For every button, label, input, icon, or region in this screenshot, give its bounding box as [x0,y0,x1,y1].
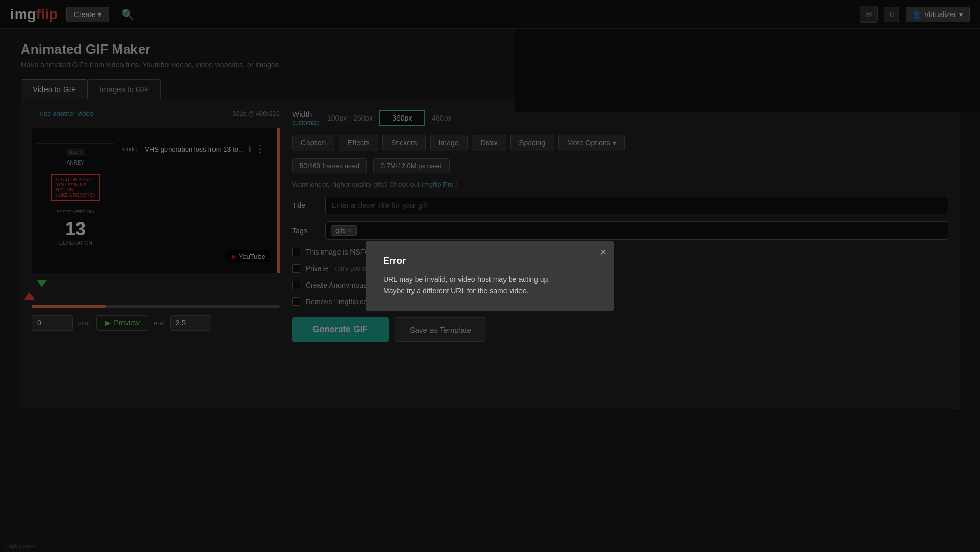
error-modal: × Error URL may be invalid, or video hos… [366,241,614,312]
modal-body-line2: Maybe try a different URL for the same v… [383,287,529,295]
modal-body-line1: URL may be invalid, or video host may be… [383,275,550,284]
modal-title: Error [383,256,597,266]
modal-overlay: × Error URL may be invalid, or video hos… [0,0,980,552]
modal-close-button[interactable]: × [600,246,606,258]
modal-body: URL may be invalid, or video host may be… [383,274,597,297]
